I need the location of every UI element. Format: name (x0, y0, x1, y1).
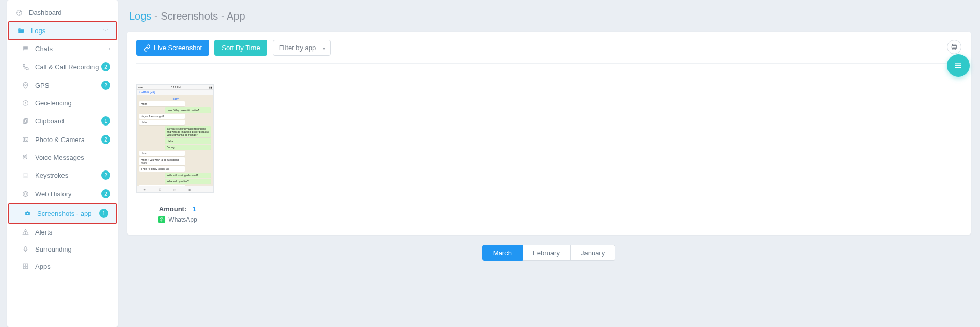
chat-bubble: Haha if you wish to be something more (139, 157, 185, 165)
fab-menu-button[interactable] (947, 54, 970, 77)
screenshot-amount: Amount: 1 (136, 205, 219, 213)
sidebar-item-gps[interactable]: GPS2 (7, 76, 118, 95)
sidebar-item-surrounding[interactable]: Surrounding (7, 241, 118, 258)
geofence-icon (21, 100, 30, 106)
sidebar-item-label: Keystrokes (35, 172, 68, 179)
chat-bubble: Boring.. (165, 145, 211, 150)
chat-bubble: Its just friends right? (139, 114, 185, 119)
toolbar: Live Screenshot Sort By Time Filter by a… (136, 40, 961, 64)
sidebar-item-web-history[interactable]: Web History2 (7, 184, 118, 203)
sidebar-item-label: Clipboard (35, 117, 64, 125)
screenshot-app-tag: ✆ WhatsApp (158, 216, 197, 223)
alert-icon (21, 229, 30, 236)
clipboard-icon (21, 118, 30, 124)
speaker-icon (21, 154, 30, 161)
menu-icon (954, 61, 963, 70)
sidebar-item-label: Logs (31, 27, 45, 35)
chat-bubble: Then I'll gladly oblige too (139, 166, 185, 172)
filter-by-app-select[interactable]: Filter by app (273, 40, 331, 56)
svg-rect-8 (23, 174, 28, 177)
screenshot-thumbnail[interactable]: ••••• 3:11 PM ▮▮ ‹ Chats (23) Today Haha… (136, 84, 214, 193)
sidebar-item-photo-camera[interactable]: Photo & Camera2 (7, 130, 118, 149)
sort-by-time-button[interactable]: Sort By Time (214, 40, 267, 56)
svg-point-10 (26, 212, 28, 214)
chat-bubble: Where do you live? (165, 179, 211, 184)
breadcrumb-logs[interactable]: Logs (129, 10, 151, 22)
sidebar-item-label: Screenshots - app (37, 210, 92, 217)
live-screenshot-button[interactable]: Live Screenshot (136, 40, 209, 56)
camera-icon (23, 210, 32, 217)
sidebar-item-label: Photo & Camera (35, 136, 85, 144)
breadcrumb-screenshots: Screenshots (161, 10, 218, 22)
sidebar-item-label: Web History (35, 190, 72, 198)
sidebar-item-label: Alerts (35, 228, 52, 236)
svg-rect-5 (23, 119, 27, 123)
screenshot-card[interactable]: ••••• 3:11 PM ▮▮ ‹ Chats (23) Today Haha… (136, 84, 219, 223)
sidebar: Dashboard Logs ﹀ Chats‹Call & Call Recor… (7, 0, 118, 327)
svg-point-12 (25, 233, 25, 234)
count-badge: 2 (101, 81, 110, 90)
chevron-left-icon: ‹ (109, 46, 110, 52)
sidebar-item-screenshots-app[interactable]: Screenshots - app1 (8, 203, 117, 224)
sidebar-item-label: Dashboard (29, 9, 62, 17)
apps-icon (21, 263, 30, 270)
chat-bubble: Haha (165, 138, 211, 144)
chat-bubble: Without knowing who am I? (165, 173, 211, 178)
phone-tabbar: ★✆◎◉⋯ (137, 186, 213, 192)
sidebar-item-keystrokes[interactable]: Keystrokes2 (7, 166, 118, 184)
print-button[interactable] (947, 40, 961, 54)
phone-icon (21, 64, 30, 70)
link-icon (144, 44, 151, 52)
svg-rect-4 (24, 118, 28, 122)
sidebar-item-chats[interactable]: Chats‹ (7, 40, 118, 57)
globe-icon (21, 191, 30, 197)
sidebar-item-dashboard[interactable]: Dashboard (7, 4, 118, 21)
phone-chats-header: ‹ Chats (23) (137, 90, 213, 95)
folder-open-icon (17, 27, 26, 35)
sidebar-item-logs[interactable]: Logs ﹀ (8, 21, 117, 40)
sidebar-item-call-call-recording[interactable]: Call & Call Recording2 (7, 57, 118, 76)
svg-rect-15 (26, 264, 28, 266)
month-tabs: MarchFebruaryJanuary (127, 245, 971, 261)
panel: Live Screenshot Sort By Time Filter by a… (127, 32, 971, 235)
chat-bubble: Haha (139, 101, 185, 106)
svg-rect-17 (26, 267, 28, 269)
sidebar-item-alerts[interactable]: Alerts (7, 224, 118, 241)
month-tab-february[interactable]: February (523, 245, 571, 261)
dashboard-icon (14, 9, 24, 17)
count-badge: 2 (101, 135, 110, 144)
svg-rect-14 (23, 264, 25, 266)
sidebar-item-clipboard[interactable]: Clipboard1 (7, 112, 118, 130)
chevron-down-icon: ﹀ (103, 27, 108, 35)
chat-bubble: I see. Why doesn't it matter? (165, 107, 211, 113)
keyboard-icon (21, 172, 30, 179)
sidebar-item-apps[interactable]: Apps (7, 258, 118, 275)
breadcrumb-app: App (227, 10, 245, 22)
month-tab-march[interactable]: March (482, 245, 523, 261)
count-badge: 2 (101, 170, 110, 180)
count-badge: 2 (101, 189, 110, 198)
printer-icon (951, 43, 958, 51)
sidebar-item-label: Geo-fencing (35, 99, 72, 107)
chat-bubble: So you're saying you're texting me and w… (165, 126, 211, 137)
pin-icon (21, 82, 30, 89)
count-badge: 1 (101, 116, 110, 126)
main: Logs - Screenshots - App Live Screenshot… (118, 0, 980, 327)
month-tab-january[interactable]: January (571, 245, 615, 261)
sidebar-item-label: Voice Messages (35, 153, 84, 161)
sidebar-item-label: GPS (35, 82, 49, 89)
chat-bubble: Hmm.... (139, 151, 185, 156)
sidebar-item-voice-messages[interactable]: Voice Messages (7, 149, 118, 166)
svg-point-1 (24, 84, 26, 85)
sidebar-item-label: Apps (35, 262, 51, 270)
chat-bubble: Haha (139, 120, 185, 125)
sidebar-item-label: Chats (35, 45, 53, 53)
sidebar-item-geo-fencing[interactable]: Geo-fencing (7, 95, 118, 112)
count-badge: 2 (101, 62, 110, 71)
image-icon (21, 136, 30, 143)
phone-statusbar: ••••• 3:11 PM ▮▮ (137, 85, 213, 90)
breadcrumb: Logs - Screenshots - App (127, 0, 971, 32)
count-badge: 1 (99, 209, 108, 218)
svg-point-7 (24, 138, 25, 139)
mic-icon (21, 246, 30, 253)
